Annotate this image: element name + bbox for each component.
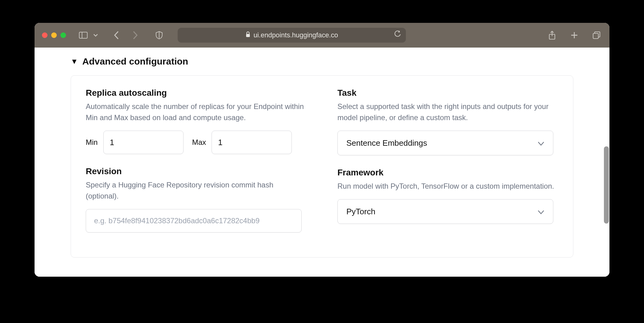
back-button[interactable]	[111, 30, 122, 41]
traffic-lights	[42, 32, 66, 38]
advanced-config-panel: Replica autoscaling Automatically scale …	[71, 75, 573, 258]
address-bar[interactable]: ui.endpoints.huggingface.co	[178, 28, 406, 43]
framework-desc: Run model with PyTorch, TensorFlow or a …	[337, 181, 558, 192]
framework-title: Framework	[337, 168, 558, 178]
replica-desc: Automatically scale the number of replic…	[86, 101, 307, 123]
forward-button[interactable]	[130, 30, 141, 41]
new-tab-icon[interactable]	[569, 30, 580, 41]
revision-section: Revision Specify a Hugging Face Reposito…	[86, 166, 307, 233]
disclosure-triangle-icon: ▼	[71, 57, 78, 66]
framework-selected-value: PyTorch	[346, 207, 375, 216]
revision-title: Revision	[86, 166, 307, 176]
svg-rect-4	[593, 33, 598, 39]
toolbar-right	[547, 30, 602, 41]
reload-icon[interactable]	[394, 31, 401, 40]
browser-window: ui.endpoints.huggingface.co ▼ Advanced c	[35, 23, 609, 277]
chevron-down-icon[interactable]	[90, 30, 101, 41]
task-section: Task Select a supported task with the ri…	[337, 88, 558, 155]
revision-input[interactable]	[86, 209, 302, 233]
task-select[interactable]: Sentence Embeddings	[337, 131, 553, 155]
revision-desc: Specify a Hugging Face Repository revisi…	[86, 179, 307, 202]
lock-icon	[246, 31, 250, 39]
tabs-overview-icon[interactable]	[591, 30, 602, 41]
svg-rect-2	[246, 34, 250, 37]
sidebar-toggle-group	[78, 30, 101, 41]
framework-select[interactable]: PyTorch	[337, 199, 553, 224]
replica-title: Replica autoscaling	[86, 88, 307, 98]
task-selected-value: Sentence Embeddings	[346, 138, 427, 148]
scrollbar-thumb[interactable]	[604, 146, 609, 224]
task-desc: Select a supported task with the right i…	[337, 101, 558, 123]
advanced-config-disclosure[interactable]: ▼ Advanced configuration	[71, 56, 573, 67]
replica-autoscaling-section: Replica autoscaling Automatically scale …	[86, 88, 307, 154]
titlebar: ui.endpoints.huggingface.co	[35, 23, 609, 48]
min-replicas-input[interactable]	[103, 131, 184, 154]
share-icon[interactable]	[547, 30, 558, 41]
maximize-window-button[interactable]	[60, 32, 66, 38]
svg-rect-0	[79, 32, 87, 38]
disclosure-title: Advanced configuration	[82, 56, 188, 67]
url-text: ui.endpoints.huggingface.co	[254, 31, 338, 39]
close-window-button[interactable]	[42, 32, 47, 38]
chevron-down-icon	[538, 138, 544, 148]
sidebar-icon[interactable]	[78, 30, 89, 41]
shield-icon[interactable]	[154, 30, 165, 41]
max-replicas-input[interactable]	[212, 131, 292, 154]
min-label: Min	[86, 138, 98, 147]
framework-section: Framework Run model with PyTorch, Tensor…	[337, 168, 558, 224]
task-title: Task	[337, 88, 558, 98]
minimize-window-button[interactable]	[51, 32, 57, 38]
page-content: ▼ Advanced configuration Replica autosca…	[35, 48, 609, 277]
chevron-down-icon	[538, 207, 544, 216]
max-label: Max	[192, 138, 206, 147]
nav-arrows	[111, 30, 141, 41]
